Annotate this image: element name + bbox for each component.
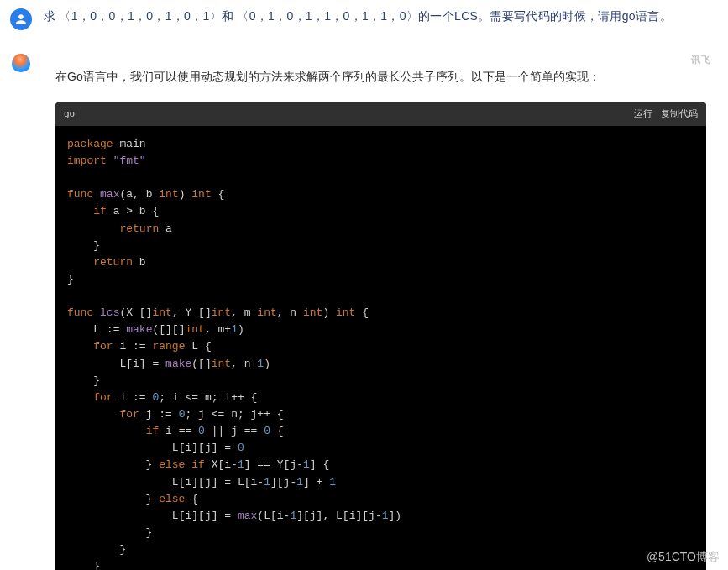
ai-avatar	[10, 52, 32, 74]
code-body[interactable]: package main import "fmt" func max(a, b …	[55, 126, 706, 570]
copy-code-button[interactable]: 复制代码	[661, 107, 698, 120]
code-header: go 运行 复制代码	[55, 102, 706, 126]
ai-response-row: 讯飞 在Go语言中，我们可以使用动态规划的方法来求解两个序列的最长公共子序列。以…	[0, 42, 728, 570]
ai-intro-text: 在Go语言中，我们可以使用动态规划的方法来求解两个序列的最长公共子序列。以下是一…	[55, 67, 706, 87]
watermark: @51CTO博客	[647, 550, 720, 565]
ai-avatar-icon	[12, 54, 30, 72]
user-message-row: 求 〈1，0，0，1，0，1，0，1〉和 〈0，1，0，1，1，0，1，1，0〉…	[0, 0, 728, 42]
brand-tag: 讯飞	[691, 54, 711, 66]
ai-content: 讯飞 在Go语言中，我们可以使用动态规划的方法来求解两个序列的最长公共子序列。以…	[44, 49, 718, 570]
user-avatar	[10, 8, 32, 30]
user-message-text: 求 〈1，0，0，1，0，1，0，1〉和 〈0，1，0，1，1，0，1，1，0〉…	[44, 7, 672, 25]
code-actions: 运行 复制代码	[634, 107, 698, 120]
code-block: go 运行 复制代码 package main import "fmt" fun…	[55, 102, 706, 570]
code-language-label: go	[64, 108, 75, 119]
run-button[interactable]: 运行	[634, 107, 652, 120]
